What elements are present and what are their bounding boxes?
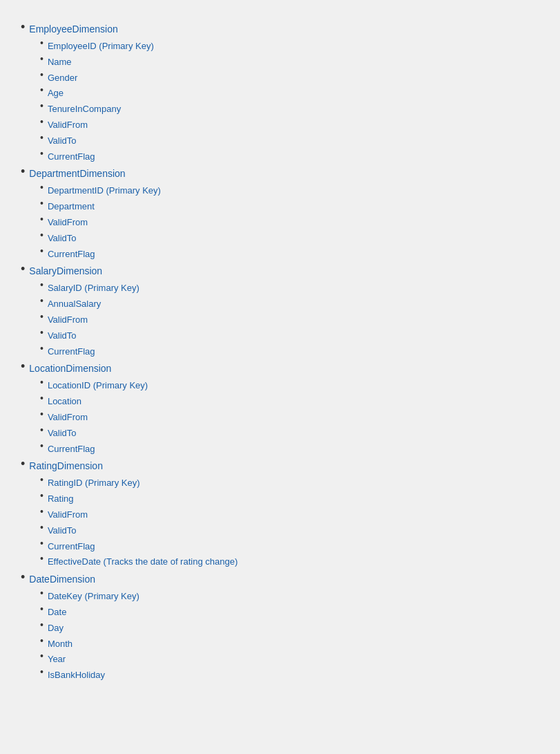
- field-item: •ValidFrom: [40, 216, 539, 230]
- field-name: IsBankHoliday: [48, 668, 105, 683]
- field-item: •IsBankHoliday: [40, 668, 539, 683]
- field-name: ValidTo: [48, 232, 77, 246]
- field-item: •ValidTo: [40, 134, 539, 149]
- field-name: ValidTo: [48, 426, 77, 441]
- field-item: •Department: [40, 200, 539, 214]
- field-name: EffectiveDate (Tracks the date of rating…: [48, 555, 238, 569]
- field-item: •CurrentFlag: [40, 247, 539, 262]
- field-name: Name: [48, 55, 72, 70]
- inner-bullet: •: [40, 246, 44, 256]
- field-item: •ValidFrom: [40, 118, 539, 133]
- field-name: Department: [48, 200, 95, 214]
- field-item: •EffectiveDate (Tracks the date of ratin…: [40, 555, 539, 569]
- inner-bullet: •: [40, 182, 44, 192]
- inner-bullet: •: [40, 117, 44, 126]
- table-item: •RatingDimension: [21, 459, 539, 473]
- table-name: SalaryDimension: [29, 264, 102, 279]
- field-name: ValidTo: [48, 134, 77, 149]
- outer-bullet: •: [21, 458, 25, 470]
- field-item: •ValidFrom: [40, 411, 539, 425]
- field-item: •Age: [40, 86, 539, 101]
- field-name: DepartmentID (Primary Key): [48, 184, 161, 198]
- field-name: TenureInCompany: [48, 102, 121, 117]
- inner-bullet: •: [40, 328, 44, 337]
- table-item: •LocationDimension: [21, 361, 539, 376]
- field-name: CurrentFlag: [48, 247, 95, 262]
- field-item: •ValidFrom: [40, 313, 539, 328]
- inner-bullet: •: [40, 38, 44, 48]
- inner-bullet: •: [40, 85, 44, 95]
- field-item: •Date: [40, 605, 539, 620]
- inner-bullet: •: [40, 198, 44, 208]
- inner-bullet: •: [40, 588, 44, 598]
- outer-bullet: •: [21, 571, 25, 583]
- field-name: ValidFrom: [48, 508, 88, 522]
- table-name: DepartmentDimension: [29, 167, 125, 181]
- table-item: •EmployeeDimension: [21, 22, 539, 37]
- field-name: Month: [48, 637, 73, 652]
- field-item: •ValidFrom: [40, 508, 539, 522]
- inner-bullet: •: [40, 651, 44, 661]
- field-item: •ValidTo: [40, 329, 539, 343]
- inner-bullet: •: [40, 54, 44, 64]
- field-name: Day: [48, 621, 64, 636]
- field-name: CurrentFlag: [48, 150, 95, 164]
- inner-bullet: •: [40, 554, 44, 563]
- field-item: •Gender: [40, 71, 539, 86]
- inner-bullet: •: [40, 280, 44, 290]
- inner-bullet: •: [40, 522, 44, 532]
- field-name: Year: [48, 652, 66, 667]
- inner-bullet: •: [40, 604, 44, 614]
- table-item: •SalaryDimension: [21, 264, 539, 279]
- field-name: EmployeeID (Primary Key): [48, 39, 154, 54]
- inner-bullet: •: [40, 377, 44, 387]
- table-name: LocationDimension: [29, 361, 111, 376]
- inner-bullet: •: [40, 425, 44, 435]
- field-name: DateKey (Primary Key): [48, 590, 139, 604]
- outer-bullet: •: [21, 21, 25, 33]
- inner-bullet: •: [40, 296, 44, 305]
- field-item: •CurrentFlag: [40, 150, 539, 164]
- field-item: •DateKey (Primary Key): [40, 590, 539, 604]
- inner-bullet: •: [40, 475, 44, 484]
- inner-bullet: •: [40, 441, 44, 451]
- field-item: •SalaryID (Primary Key): [40, 281, 539, 296]
- inner-bullet: •: [40, 101, 44, 111]
- fields-list: •SalaryID (Primary Key)•AnnualSalary•Val…: [21, 281, 539, 359]
- field-name: CurrentFlag: [48, 540, 95, 554]
- field-name: CurrentFlag: [48, 442, 95, 457]
- table-name: DateDimension: [29, 572, 95, 587]
- field-name: Age: [48, 86, 64, 101]
- inner-bullet: •: [40, 538, 44, 548]
- field-name: ValidFrom: [48, 313, 88, 328]
- outer-bullet: •: [21, 165, 25, 178]
- field-item: •Location: [40, 395, 539, 409]
- fields-list: •RatingID (Primary Key)•Rating•ValidFrom…: [21, 476, 539, 569]
- field-item: •ValidTo: [40, 524, 539, 538]
- field-item: •CurrentFlag: [40, 442, 539, 457]
- field-name: ValidFrom: [48, 411, 88, 425]
- field-name: LocationID (Primary Key): [48, 379, 148, 393]
- inner-bullet: •: [40, 133, 44, 142]
- field-item: •CurrentFlag: [40, 345, 539, 359]
- field-item: •DepartmentID (Primary Key): [40, 184, 539, 198]
- inner-bullet: •: [40, 667, 44, 677]
- field-name: ValidTo: [48, 329, 77, 343]
- inner-bullet: •: [40, 636, 44, 645]
- field-item: •ValidTo: [40, 232, 539, 246]
- field-item: •ValidTo: [40, 426, 539, 441]
- field-item: •Day: [40, 621, 539, 636]
- fields-list: •EmployeeID (Primary Key)•Name•Gender•Ag…: [21, 39, 539, 164]
- outer-bullet: •: [21, 263, 25, 275]
- inner-bullet: •: [40, 214, 44, 224]
- field-name: CurrentFlag: [48, 345, 95, 359]
- field-item: •TenureInCompany: [40, 102, 539, 117]
- table-name: RatingDimension: [29, 459, 103, 473]
- inner-bullet: •: [40, 70, 44, 79]
- page-content: •EmployeeDimension•EmployeeID (Primary K…: [21, 22, 539, 683]
- field-item: •LocationID (Primary Key): [40, 379, 539, 393]
- inner-bullet: •: [40, 149, 44, 158]
- field-name: SalaryID (Primary Key): [48, 281, 139, 296]
- field-item: •AnnualSalary: [40, 297, 539, 312]
- field-item: •Year: [40, 652, 539, 667]
